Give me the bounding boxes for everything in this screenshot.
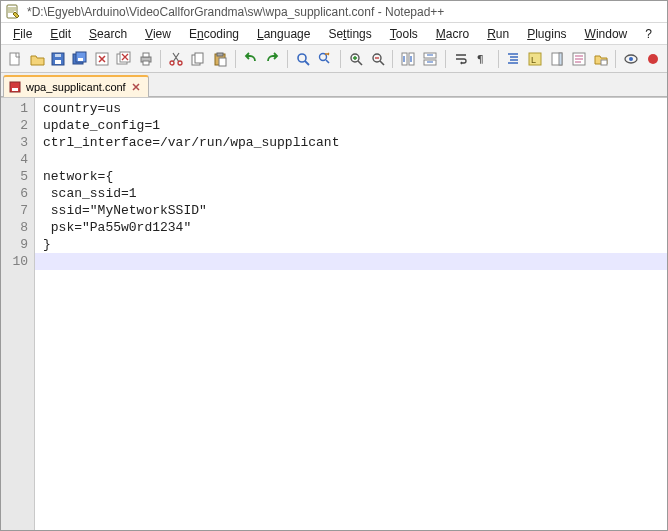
line-number: 8 bbox=[11, 219, 28, 236]
svg-rect-13 bbox=[143, 61, 149, 65]
menu-settings[interactable]: SettingsSettings bbox=[320, 25, 379, 43]
menu-edit[interactable]: EditEdit bbox=[42, 25, 79, 43]
svg-point-37 bbox=[629, 57, 633, 61]
close-file-icon[interactable] bbox=[92, 49, 112, 69]
toolbar-separator bbox=[392, 50, 393, 68]
close-all-icon[interactable] bbox=[114, 49, 134, 69]
tabbar: wpa_supplicant.conf bbox=[1, 73, 667, 97]
toolbar: ¶L bbox=[1, 45, 667, 73]
new-file-icon[interactable] bbox=[5, 49, 25, 69]
menu-tools[interactable]: ToolsTools bbox=[382, 25, 426, 43]
sync-v-icon[interactable] bbox=[398, 49, 418, 69]
udl-icon[interactable]: L bbox=[525, 49, 545, 69]
svg-rect-40 bbox=[12, 88, 18, 91]
svg-rect-20 bbox=[219, 58, 226, 66]
menu-encoding[interactable]: EncodingEncoding bbox=[181, 25, 247, 43]
doc-map-icon[interactable] bbox=[547, 49, 567, 69]
undo-icon[interactable] bbox=[241, 49, 261, 69]
code-line[interactable]: ssid="MyNetworkSSID" bbox=[43, 202, 667, 219]
file-tab[interactable]: wpa_supplicant.conf bbox=[3, 75, 149, 97]
redo-icon[interactable] bbox=[263, 49, 283, 69]
line-number: 10 bbox=[11, 253, 28, 270]
toolbar-separator bbox=[498, 50, 499, 68]
line-number: 5 bbox=[11, 168, 28, 185]
replace-icon[interactable] bbox=[315, 49, 335, 69]
toolbar-separator bbox=[160, 50, 161, 68]
save-icon[interactable] bbox=[49, 49, 69, 69]
svg-rect-35 bbox=[601, 60, 607, 65]
svg-rect-4 bbox=[55, 54, 61, 57]
monitoring-icon[interactable] bbox=[621, 49, 641, 69]
code-line[interactable]: country=us bbox=[43, 100, 667, 117]
svg-rect-1 bbox=[10, 53, 19, 65]
code-line[interactable]: } bbox=[43, 236, 667, 253]
indent-guide-icon[interactable] bbox=[504, 49, 524, 69]
svg-rect-19 bbox=[217, 53, 223, 56]
window-title: *D:\Egyeb\Arduino\VideoCallforGrandma\sw… bbox=[27, 5, 444, 19]
record-icon[interactable] bbox=[643, 49, 663, 69]
tab-close-button[interactable] bbox=[130, 81, 142, 93]
code-line[interactable]: psk="Pa55w0rd1234" bbox=[43, 219, 667, 236]
line-number: 7 bbox=[11, 202, 28, 219]
cut-icon[interactable] bbox=[166, 49, 186, 69]
menu-run[interactable]: RunRun bbox=[479, 25, 517, 43]
menu-file[interactable]: FileFile bbox=[5, 25, 40, 43]
line-number: 4 bbox=[11, 151, 28, 168]
svg-rect-3 bbox=[55, 60, 61, 64]
zoom-in-icon[interactable] bbox=[346, 49, 366, 69]
code-line[interactable]: network={ bbox=[43, 168, 667, 185]
toolbar-separator bbox=[615, 50, 616, 68]
folder-ws-icon[interactable] bbox=[591, 49, 611, 69]
menu-plugins[interactable]: PluginsPlugins bbox=[519, 25, 574, 43]
line-number-gutter: 12345678910 bbox=[1, 98, 35, 530]
toolbar-separator bbox=[235, 50, 236, 68]
svg-rect-12 bbox=[143, 53, 149, 57]
menu-view[interactable]: ViewView bbox=[137, 25, 179, 43]
menu-search[interactable]: SearchSearch bbox=[81, 25, 135, 43]
copy-icon[interactable] bbox=[188, 49, 208, 69]
tab-label: wpa_supplicant.conf bbox=[26, 81, 126, 93]
line-number: 9 bbox=[11, 236, 28, 253]
zoom-out-icon[interactable] bbox=[368, 49, 388, 69]
line-number: 1 bbox=[11, 100, 28, 117]
line-number: 3 bbox=[11, 134, 28, 151]
line-number: 2 bbox=[11, 117, 28, 134]
code-line[interactable]: ctrl_interface=/var/run/wpa_supplicant bbox=[43, 134, 667, 151]
code-line[interactable]: scan_ssid=1 bbox=[43, 185, 667, 202]
code-line[interactable] bbox=[43, 151, 667, 168]
window-titlebar: *D:\Egyeb\Arduino\VideoCallforGrandma\sw… bbox=[1, 1, 667, 23]
menubar: FileFileEditEditSearchSearchViewViewEnco… bbox=[1, 23, 667, 45]
func-list-icon[interactable] bbox=[569, 49, 589, 69]
find-icon[interactable] bbox=[293, 49, 313, 69]
svg-text:L: L bbox=[531, 55, 536, 65]
unsaved-indicator-icon bbox=[8, 80, 22, 94]
menu-macro[interactable]: MacroMacro bbox=[428, 25, 477, 43]
sync-h-icon[interactable] bbox=[420, 49, 440, 69]
menu-language[interactable]: LanguageLanguage bbox=[249, 25, 318, 43]
toolbar-separator bbox=[445, 50, 446, 68]
svg-rect-7 bbox=[78, 58, 83, 61]
toolbar-separator bbox=[340, 50, 341, 68]
print-icon[interactable] bbox=[136, 49, 156, 69]
svg-point-38 bbox=[648, 54, 658, 64]
menu-?[interactable]: ?? bbox=[637, 25, 660, 43]
paste-icon[interactable] bbox=[210, 49, 230, 69]
code-area[interactable]: country=usupdate_config=1ctrl_interface=… bbox=[35, 98, 667, 530]
code-line[interactable] bbox=[35, 253, 667, 270]
line-number: 6 bbox=[11, 185, 28, 202]
svg-point-14 bbox=[170, 61, 174, 65]
svg-rect-33 bbox=[559, 53, 562, 65]
svg-point-21 bbox=[298, 54, 306, 62]
app-icon bbox=[5, 4, 21, 20]
show-all-chars-icon[interactable]: ¶ bbox=[473, 49, 493, 69]
editor: 12345678910 country=usupdate_config=1ctr… bbox=[1, 97, 667, 530]
svg-text:¶: ¶ bbox=[477, 53, 484, 66]
wordwrap-icon[interactable] bbox=[451, 49, 471, 69]
svg-rect-17 bbox=[195, 53, 203, 63]
menu-window[interactable]: WindowWindow bbox=[577, 25, 636, 43]
toolbar-separator bbox=[287, 50, 288, 68]
svg-point-15 bbox=[178, 61, 182, 65]
code-line[interactable]: update_config=1 bbox=[43, 117, 667, 134]
open-file-icon[interactable] bbox=[27, 49, 47, 69]
save-all-icon[interactable] bbox=[70, 49, 90, 69]
